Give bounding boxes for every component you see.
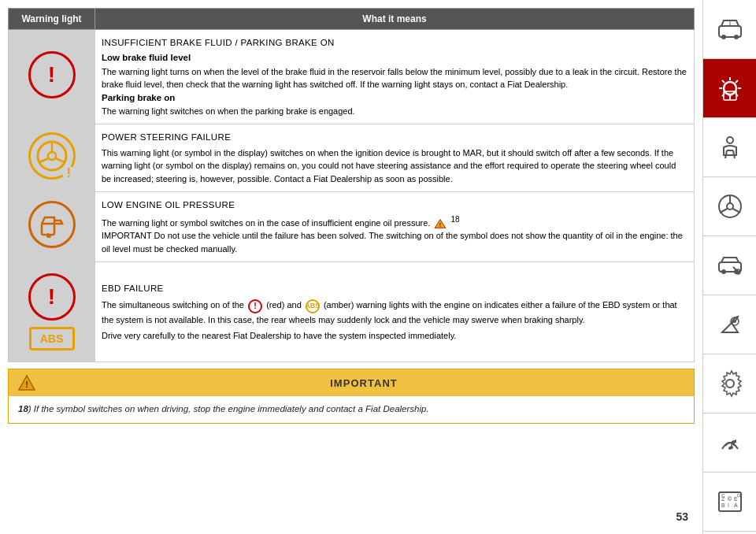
note-number: 18 (18, 404, 28, 413)
svg-point-6 (46, 235, 50, 238)
brake-bold2: Parking brake on (102, 93, 175, 102)
svg-text:i: i (729, 20, 731, 26)
brake-text2: The warning light switches on when the p… (102, 105, 687, 118)
inline-abs-amber: ABS (306, 299, 320, 313)
sidebar-item-driving[interactable] (703, 236, 756, 295)
important-label: IMPORTANT (43, 377, 684, 389)
ebd-text1: The simultaneous switching on of the ! (… (102, 299, 687, 326)
inline-exclaim-red: ! (248, 299, 262, 313)
svg-line-30 (720, 209, 728, 213)
svg-point-42 (730, 446, 733, 449)
car-info-icon: i (716, 15, 744, 43)
steering-title: POWER STEERING FAILURE (102, 131, 687, 144)
svg-text:A: A (734, 502, 738, 508)
ebd-icon-cell: ! ABS (9, 262, 95, 362)
steering-text1: This warning light (or symbol in the dis… (102, 146, 687, 186)
right-sidebar: i (702, 0, 756, 534)
oil-can-svg (37, 210, 67, 239)
page-number: 53 (8, 507, 695, 526)
az-index-icon: Z B I E A © C D (716, 488, 744, 516)
oil-text-cell: LOW ENGINE OIL PRESSURE The warning ligh… (95, 192, 695, 262)
warning-triangle-svg: ! (18, 375, 35, 391)
svg-point-33 (721, 269, 726, 274)
svg-text:!: ! (439, 222, 441, 228)
table-row: LOW ENGINE OIL PRESSURE The warning ligh… (9, 192, 695, 262)
svg-point-12 (721, 35, 726, 39)
svg-line-3 (39, 158, 49, 162)
sidebar-item-seat-safety[interactable] (703, 118, 756, 177)
brake-warning-icon: ! (28, 51, 76, 98)
important-header: ! IMPORTANT (9, 369, 694, 396)
sidebar-item-az-index[interactable]: Z B I E A © C D (703, 473, 756, 532)
steering-warning-icon: ! (28, 132, 76, 180)
warning-table: Warning light What it means ! INSUFFICIE… (8, 8, 695, 362)
oil-text2: IMPORTANT Do not use the vehicle until t… (102, 229, 687, 255)
svg-text:D: D (737, 493, 741, 498)
driving-icon (716, 251, 744, 280)
oil-icon-cell (9, 192, 95, 262)
steering-text-cell: POWER STEERING FAILURE This warning ligh… (95, 124, 695, 192)
svg-line-22 (736, 80, 738, 83)
ebd-text2: Drive very carefully to the nearest Fiat… (102, 329, 687, 343)
sidebar-item-warning-lights[interactable] (703, 59, 756, 118)
note-text: If the symbol switches on when driving, … (34, 404, 429, 413)
brake-title: INSUFFICIENT BRAKE FLUID / PARKING BRAKE… (102, 36, 687, 50)
oil-text1: The warning light or symbol switches on … (102, 213, 687, 229)
maintenance-icon (716, 310, 744, 339)
multimedia-icon (716, 428, 744, 457)
sidebar-item-settings[interactable] (703, 354, 756, 413)
svg-point-25 (727, 137, 733, 143)
table-row: ! INSUFFICIENT BRAKE FLUID / PARKING BRA… (9, 30, 695, 124)
abs-badge: ABS (29, 327, 75, 350)
steering-sidebar-icon (716, 192, 744, 221)
col2-header: What it means (95, 9, 695, 30)
sidebar-item-car-info[interactable]: i (703, 0, 756, 59)
table-row: ! POWER STEERING FAILURE This warning li… (9, 124, 695, 192)
sidebar-item-steering[interactable] (703, 177, 756, 236)
important-body: 18) If the symbol switches on when drivi… (9, 396, 694, 422)
main-content: Warning light What it means ! INSUFFICIE… (0, 0, 702, 534)
svg-point-28 (727, 203, 733, 210)
important-box: ! IMPORTANT 18) If the symbol switches o… (8, 369, 695, 423)
brake-text1: The warning light turns on when the leve… (102, 65, 687, 91)
ebd-exclaim-icon: ! (28, 273, 76, 321)
svg-text:C: C (721, 493, 725, 498)
oil-warning-icon (28, 201, 76, 248)
brake-icon-cell: ! (9, 30, 95, 124)
svg-line-20 (722, 80, 724, 83)
ebd-title: EBD FAILURE (102, 282, 687, 295)
col1-header: Warning light (9, 9, 95, 30)
svg-text:B: B (721, 502, 725, 508)
svg-point-39 (726, 380, 734, 388)
seat-safety-icon (716, 133, 744, 161)
ebd-exclaim-text: ! (48, 284, 55, 310)
sidebar-item-multimedia[interactable] (703, 413, 756, 473)
oil-title: LOW ENGINE OIL PRESSURE (102, 198, 687, 212)
sidebar-item-maintenance[interactable] (703, 295, 756, 354)
svg-line-4 (55, 158, 65, 162)
ebd-text-cell: EBD FAILURE The simultaneous switching o… (95, 262, 695, 362)
svg-point-13 (734, 35, 739, 39)
table-row: ! ABS EBD FAILURE The simultaneous switc… (9, 262, 695, 362)
svg-text:I: I (728, 502, 729, 508)
svg-text:©: © (728, 496, 732, 502)
inline-warn-triangle: ! (434, 218, 447, 229)
svg-text:!: ! (25, 380, 28, 389)
steering-exclaim: ! (62, 166, 76, 180)
svg-line-31 (732, 209, 740, 213)
svg-rect-5 (42, 224, 54, 235)
svg-point-1 (48, 152, 56, 160)
brake-text-cell: INSUFFICIENT BRAKE FLUID / PARKING BRAKE… (95, 30, 695, 124)
settings-icon (716, 369, 744, 398)
svg-point-38 (733, 320, 736, 323)
exclaim-icon: ! (48, 62, 55, 87)
steering-icon-cell: ! (9, 124, 95, 192)
important-triangle: ! (18, 374, 35, 391)
warning-lights-icon (716, 74, 744, 102)
brake-bold1: Low brake fluid level (102, 53, 191, 62)
